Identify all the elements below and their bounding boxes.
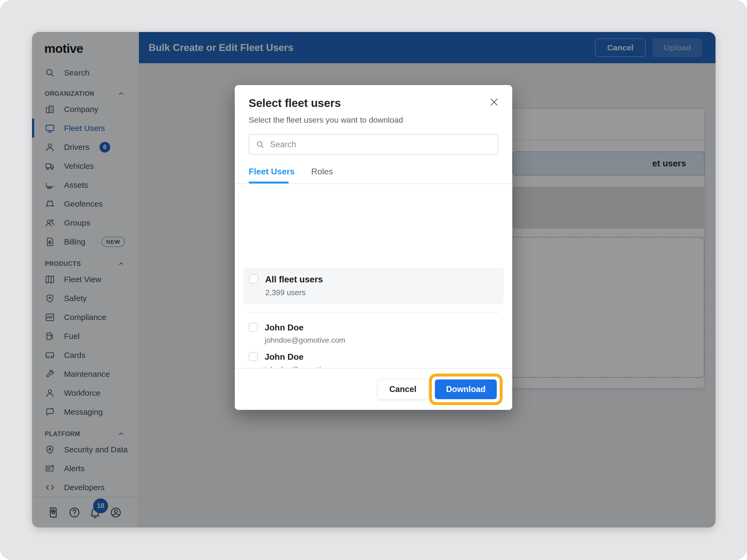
tab-roles[interactable]: Roles xyxy=(311,167,333,184)
user-name: John Doe xyxy=(265,323,345,332)
all-fleet-users-row[interactable]: All fleet users 2,399 users xyxy=(243,267,504,304)
user-checkbox[interactable] xyxy=(249,352,258,361)
download-button[interactable]: Download xyxy=(435,379,497,399)
fleet-users-list: All fleet users 2,399 users John Doejohn… xyxy=(235,261,512,368)
user-rows: John Doejohndoe@gomotive.comJohn Doejohn… xyxy=(243,313,504,368)
modal-header: Select fleet users Select the fleet user… xyxy=(235,85,512,125)
modal-tabs: Fleet Users Roles xyxy=(235,167,512,184)
tabs-divider xyxy=(235,184,512,184)
tab-fleet-users[interactable]: Fleet Users xyxy=(249,167,295,184)
modal-cancel-button[interactable]: Cancel xyxy=(378,379,428,399)
modal-search-box[interactable] xyxy=(249,134,498,155)
user-email: johndoe@gomotive.com xyxy=(265,365,345,368)
fleet-user-row[interactable]: John Doejohndoe@gomotive.com xyxy=(243,342,504,368)
all-fleet-users-checkbox[interactable] xyxy=(249,274,258,284)
close-icon[interactable] xyxy=(489,97,499,107)
user-name: John Doe xyxy=(265,352,345,362)
all-fleet-users-title: All fleet users xyxy=(265,274,323,285)
all-fleet-users-count: 2,399 users xyxy=(265,288,323,297)
fleet-user-row[interactable]: John Doejohndoe@gomotive.com xyxy=(243,313,504,342)
select-fleet-users-modal: Select fleet users Select the fleet user… xyxy=(235,85,512,410)
modal-search-input[interactable] xyxy=(270,140,491,149)
highlight-ring: Download xyxy=(429,374,503,405)
user-checkbox[interactable] xyxy=(249,323,258,332)
user-email: johndoe@gomotive.com xyxy=(265,336,345,345)
search-icon xyxy=(256,140,265,149)
modal-footer: Cancel Download xyxy=(235,368,512,410)
page-background: motive Search ORGANIZATIONCompanyFleet U… xyxy=(0,0,747,560)
modal-title: Select fleet users xyxy=(249,97,498,110)
modal-subtitle: Select the fleet users you want to downl… xyxy=(249,115,498,125)
